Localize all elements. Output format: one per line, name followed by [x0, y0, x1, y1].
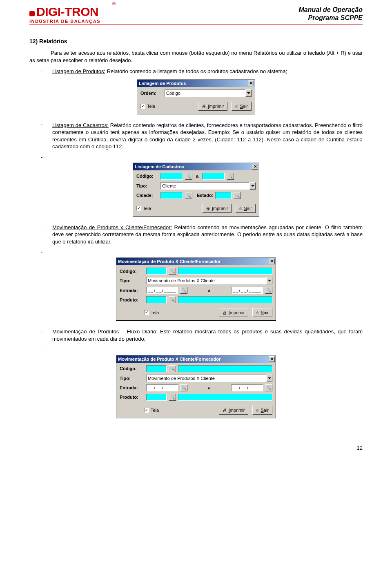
lookup-button[interactable]	[180, 287, 187, 294]
lookup-button[interactable]	[234, 192, 241, 199]
codigo-label: Código:	[120, 366, 144, 371]
item4-label: Movimentação de Produtos – Fluxo Diário:	[52, 328, 158, 335]
sair-button[interactable]: SSairair	[232, 102, 252, 111]
close-icon[interactable]: ✕	[252, 164, 258, 170]
tela-checkbox[interactable]: ✓ Tela	[144, 408, 159, 413]
header-title-right: Manual de Operação Programa SCPPE	[299, 6, 363, 22]
close-icon[interactable]: ✕	[269, 259, 275, 264]
titlebar: Listagem de Cadastros ✕	[133, 163, 259, 170]
lookup-button[interactable]	[185, 192, 192, 199]
checkbox-checked-icon: ✓	[136, 206, 141, 211]
tela-checkbox[interactable]: ✓ Tela	[144, 310, 159, 315]
manual-subtitle: Programa SCPPE	[299, 14, 363, 22]
tipo-select[interactable]: Movimento de Produtos X Cliente	[146, 277, 266, 284]
dialog-title: Listagem de Produtos	[139, 81, 248, 86]
codigo-from-input[interactable]	[160, 173, 183, 180]
chevron-down-icon[interactable]	[266, 277, 272, 284]
data-to-input[interactable]: __/__/____	[231, 384, 263, 391]
exit-icon	[235, 104, 238, 109]
dialog-title: Listagem de Cadastros	[135, 164, 252, 169]
list-item-3: - Movimentação de Produtos x Cliente/For…	[41, 224, 363, 246]
codigo-to-input[interactable]	[202, 173, 225, 180]
a-separator: a	[191, 288, 227, 293]
lookup-button[interactable]	[227, 173, 234, 180]
produto-desc-input[interactable]	[178, 296, 272, 303]
chevron-down-icon[interactable]	[266, 375, 272, 382]
checkbox-checked-icon: ✓	[140, 104, 145, 109]
codigo-input[interactable]	[146, 365, 167, 372]
lookup-button[interactable]	[169, 296, 176, 303]
tela-label: Tela	[143, 206, 151, 211]
data-from-input[interactable]: __/__/____	[146, 384, 178, 391]
sair-button[interactable]: Sair	[252, 308, 272, 317]
ordem-select[interactable]: Código	[165, 89, 245, 97]
logo: ® DIGI-TRON INDÚSTRIA DE BALANÇAS	[29, 6, 100, 24]
exit-icon	[256, 310, 259, 315]
entrada-label: Entrada:	[120, 288, 144, 293]
lookup-button[interactable]	[185, 173, 192, 180]
logo-bullet-icon	[29, 11, 35, 16]
bullet-dash: -	[41, 347, 45, 353]
sair-button[interactable]: Sair	[236, 204, 256, 213]
cidade-label: Cidade:	[136, 193, 158, 198]
dialog-movimentacao-1: Movimentação de Produto X Cliente/Fornec…	[116, 257, 276, 321]
lookup-button[interactable]	[265, 384, 272, 391]
tela-label: Tela	[147, 104, 155, 109]
imprimir-button[interactable]: IImprimirmprimir	[198, 102, 228, 111]
titlebar: Movimentação de Produto X Cliente/Fornec…	[116, 258, 276, 265]
search-icon	[267, 288, 271, 292]
codigo-label: Código:	[120, 269, 144, 274]
manual-title: Manual de Operação	[299, 6, 363, 14]
lookup-button[interactable]	[169, 268, 176, 275]
imprimir-button[interactable]: Imprimir	[219, 406, 249, 415]
list-item-2b: -	[41, 154, 363, 160]
footer-divider	[29, 443, 363, 443]
dialog-movimentacao-2: Movimentação de Produto X Cliente/Fornec…	[116, 355, 276, 418]
codigo-desc-input[interactable]	[178, 365, 272, 372]
close-icon[interactable]: ✕	[248, 80, 254, 86]
close-icon[interactable]: ✕	[269, 356, 275, 362]
tela-label: Tela	[151, 310, 159, 315]
sair-button[interactable]: Sair	[252, 406, 272, 415]
search-icon	[187, 193, 191, 198]
item2-label: Listagem de Cadastros:	[52, 122, 109, 128]
estado-input[interactable]	[215, 192, 232, 199]
tipo-select[interactable]: Cliente	[160, 182, 249, 190]
printer-icon	[206, 206, 210, 211]
imprimir-button[interactable]: Imprimir	[202, 204, 232, 213]
produto-input[interactable]	[146, 296, 167, 303]
dialog-title: Movimentação de Produto X Cliente/Fornec…	[118, 357, 269, 362]
cidade-input[interactable]	[160, 192, 183, 199]
search-icon	[170, 269, 175, 273]
tipo-label: Tipo:	[120, 278, 144, 283]
lookup-button[interactable]	[169, 394, 176, 401]
search-icon	[170, 297, 175, 302]
dialog-listagem-produtos: Listagem de Produtos ✕ Ordem: Código ✓ T…	[137, 79, 255, 114]
data-from-input[interactable]: __/__/____	[146, 287, 178, 294]
codigo-input[interactable]	[146, 268, 167, 275]
estado-label: Estado:	[197, 193, 213, 198]
list-item-3b: -	[41, 249, 363, 255]
search-icon	[228, 174, 233, 179]
produto-desc-input[interactable]	[178, 394, 272, 401]
imprimir-button[interactable]: Imprimir	[219, 308, 249, 317]
tipo-label: Tipo:	[120, 376, 144, 381]
codigo-desc-input[interactable]	[178, 268, 272, 275]
titlebar: Listagem de Produtos ✕	[137, 80, 255, 87]
produto-label: Produto:	[120, 297, 144, 302]
chevron-down-icon[interactable]	[245, 89, 252, 97]
chevron-down-icon[interactable]	[249, 182, 256, 190]
search-icon	[182, 288, 186, 292]
tela-checkbox[interactable]: ✓ Tela	[140, 104, 155, 109]
data-to-input[interactable]: __/__/____	[231, 287, 263, 294]
produto-input[interactable]	[146, 394, 167, 401]
intro-paragraph: Para se ter acesso aos relatórios, basta…	[29, 49, 363, 64]
tipo-select[interactable]: Movimento de Produtos X Cliente	[146, 375, 266, 382]
item1-label: Listagem de Produtos:	[52, 68, 105, 74]
lookup-button[interactable]	[169, 365, 176, 372]
lookup-button[interactable]	[180, 384, 187, 391]
tela-checkbox[interactable]: ✓ Tela	[136, 206, 151, 211]
ordem-label: Ordem:	[140, 91, 163, 96]
codigo-label: Código:	[136, 174, 158, 179]
lookup-button[interactable]	[265, 287, 272, 294]
